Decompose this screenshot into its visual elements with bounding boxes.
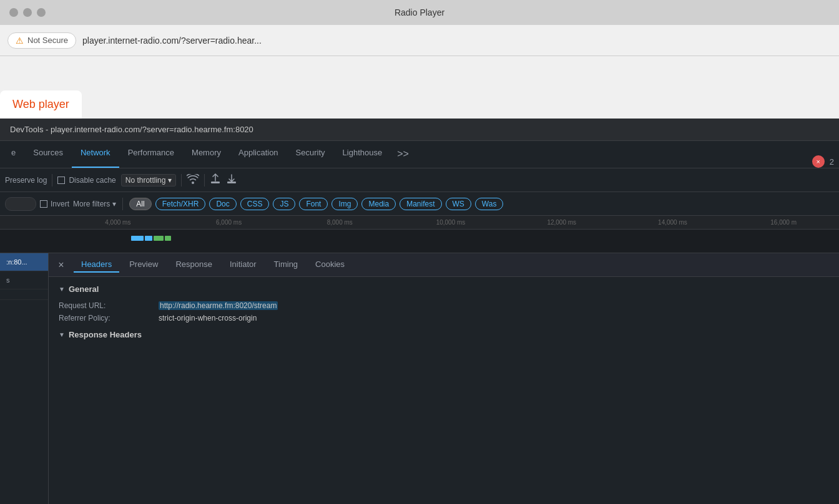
disable-cache-checkbox[interactable] (57, 177, 65, 184)
devtools-close-button[interactable]: × (812, 155, 825, 168)
tab-sources[interactable]: Sources (24, 141, 72, 168)
traffic-lights (9, 8, 46, 17)
disable-cache-label[interactable]: Disable cache (57, 176, 115, 185)
devtools-panel: DevTools - player.internet-radio.com/?se… (0, 119, 839, 504)
upload-icon[interactable] (210, 173, 221, 187)
maximize-light[interactable] (37, 8, 46, 17)
request-url-value: http://radio.hearme.fm:8020/stream (159, 301, 278, 310)
security-label: Not Secure (27, 36, 68, 45)
ruler-mark-7: 16,000 m (728, 219, 839, 226)
filter-was[interactable]: Was (475, 198, 504, 210)
filter-input[interactable] (5, 197, 36, 211)
devtools-tabs: e Sources Network Performance Memory App… (0, 141, 839, 168)
toolbar-separator-3 (204, 174, 205, 187)
ruler-mark-2: 6,000 ms (174, 219, 285, 226)
filter-all[interactable]: All (129, 198, 151, 210)
tab-security[interactable]: Security (287, 141, 334, 168)
timeline: 4,000 ms 6,000 ms 8,000 ms 10,000 ms 12,… (0, 216, 839, 253)
filter-bar: Invert More filters ▾ All Fetch/XHR Doc … (0, 192, 839, 216)
detail-panel: × Headers Preview Response Initiator Tim… (49, 253, 839, 504)
network-activity-bar (131, 236, 171, 241)
browser-chrome: Radio Player ⚠ Not Secure player.interne… (0, 0, 839, 119)
ruler-mark-1: 4,000 ms (62, 219, 174, 226)
svg-rect-1 (227, 182, 236, 183)
ruler-mark-3: 8,000 ms (284, 219, 395, 226)
address-bar-row: ⚠ Not Secure player.internet-radio.com/?… (0, 25, 839, 56)
throttling-select[interactable]: No throttling ▾ (121, 174, 177, 187)
tab-lighthouse[interactable]: Lighthouse (334, 141, 391, 168)
throttling-arrow: ▾ (168, 176, 172, 185)
filter-font[interactable]: Font (299, 198, 328, 210)
tab-elements[interactable]: e (2, 141, 24, 168)
response-headers-header[interactable]: ▼ Response Headers (59, 330, 829, 339)
referrer-policy-row: Referrer Policy: strict-origin-when-cros… (59, 314, 829, 322)
toolbar-separator-2 (181, 174, 182, 187)
filter-manifest[interactable]: Manifest (400, 198, 441, 210)
referrer-policy-value: strict-origin-when-cross-origin (159, 314, 257, 322)
download-icon[interactable] (226, 173, 237, 187)
timeline-content (0, 230, 839, 253)
bar-segment-3 (154, 236, 164, 241)
detail-tab-cookies[interactable]: Cookies (308, 257, 352, 273)
detail-tab-initiator[interactable]: Initiator (222, 257, 264, 273)
devtools-title: DevTools - player.internet-radio.com/?se… (10, 125, 253, 134)
bottom-panel: :n:80... s × Headers Preview Response In… (0, 253, 839, 504)
more-filters-button[interactable]: More filters ▾ (73, 200, 116, 208)
general-section-label: General (69, 284, 99, 294)
tab-performance[interactable]: Performance (119, 141, 183, 168)
request-list: :n:80... s (0, 253, 49, 504)
security-badge[interactable]: ⚠ Not Secure (7, 32, 76, 49)
response-headers-section: ▼ Response Headers (59, 330, 829, 339)
filter-css[interactable]: CSS (240, 198, 270, 210)
detail-tab-timing[interactable]: Timing (267, 257, 306, 273)
request-item-2[interactable]: s (0, 271, 48, 289)
request-url-row: Request URL: http://radio.hearme.fm:8020… (59, 301, 829, 310)
address-text[interactable]: player.internet-radio.com/?server=radio.… (82, 36, 832, 46)
invert-label[interactable]: Invert (40, 200, 69, 208)
more-tabs-button[interactable]: >> (391, 141, 415, 168)
detail-tabs: × Headers Preview Response Initiator Tim… (49, 253, 839, 277)
timeline-ruler: 4,000 ms 6,000 ms 8,000 ms 10,000 ms 12,… (0, 216, 839, 230)
warning-icon: ⚠ (16, 36, 24, 46)
ruler-mark-5: 12,000 ms (506, 219, 617, 226)
request-url-label: Request URL: (59, 301, 159, 310)
detail-tab-headers[interactable]: Headers (74, 257, 119, 273)
disable-cache-text: Disable cache (69, 176, 115, 185)
general-section-header[interactable]: ▼ General (59, 284, 829, 294)
bar-segment-4 (165, 236, 171, 241)
throttling-label: No throttling (125, 176, 166, 185)
minimize-light[interactable] (23, 8, 32, 17)
devtools-title-bar: DevTools - player.internet-radio.com/?se… (0, 119, 839, 141)
web-player-tab[interactable]: Web player (0, 90, 82, 119)
detail-content: ▼ General Request URL: http://radio.hear… (49, 277, 839, 504)
more-filters-arrow: ▾ (112, 200, 116, 208)
title-bar: Radio Player (0, 0, 839, 25)
detail-tab-preview[interactable]: Preview (122, 257, 165, 273)
tab-memory[interactable]: Memory (183, 141, 230, 168)
filter-media[interactable]: Media (361, 198, 396, 210)
more-filters-text: More filters (73, 200, 110, 208)
wifi-icon (187, 174, 199, 187)
preserve-log-label[interactable]: Preserve log (5, 176, 47, 185)
close-light[interactable] (9, 8, 18, 17)
tab-network[interactable]: Network (72, 141, 119, 168)
detail-tab-response[interactable]: Response (168, 257, 220, 273)
invert-checkbox[interactable] (40, 200, 47, 208)
detail-close-button[interactable]: × (54, 258, 69, 273)
tab-application[interactable]: Application (230, 141, 287, 168)
filter-doc[interactable]: Doc (209, 198, 236, 210)
invert-text: Invert (51, 200, 69, 208)
filter-ws[interactable]: WS (446, 198, 471, 210)
filter-fetch-xhr[interactable]: Fetch/XHR (155, 198, 206, 210)
toolbar-separator-1 (52, 174, 52, 187)
filter-img[interactable]: Img (331, 198, 358, 210)
svg-rect-0 (211, 182, 220, 183)
response-headers-arrow: ▼ (59, 331, 65, 338)
request-item-3[interactable] (0, 289, 48, 300)
request-item-1[interactable]: :n:80... (0, 253, 48, 271)
filter-js[interactable]: JS (273, 198, 295, 210)
window-title: Radio Player (395, 7, 444, 17)
tab-label: Web player (12, 98, 69, 111)
tab-count: 2 (830, 157, 834, 167)
filter-separator (122, 198, 123, 210)
